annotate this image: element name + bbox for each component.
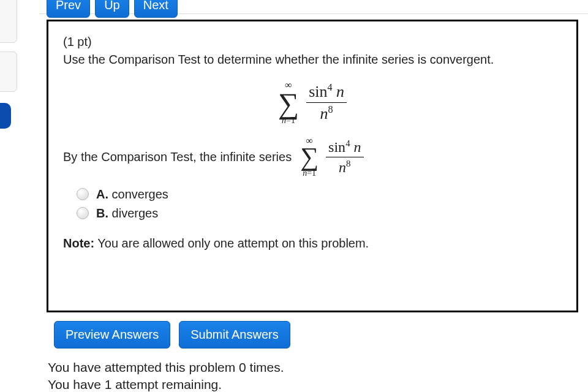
choice-label: B. diverges [96, 206, 158, 221]
action-buttons: Preview Answers Submit Answers [54, 321, 290, 349]
series-expression: ∞ ∑ n=1 sin4 n n8 [278, 80, 347, 125]
choice-label: A. converges [96, 187, 168, 202]
series-expression-inline: ∞ ∑ n=1 sin4 n n8 [300, 136, 363, 178]
preview-answers-button[interactable]: Preview Answers [54, 321, 170, 349]
inline-series-line: By the Comparison Test, the infinite ser… [63, 136, 562, 178]
attempts-remaining: You have 1 attempt remaining. [48, 376, 284, 392]
sum-lower: n=1 [282, 116, 295, 125]
sigma-icon: ∑ [278, 90, 299, 116]
sigma-icon: ∑ [300, 146, 318, 169]
sum-lower: n=1 [303, 169, 316, 178]
side-tab[interactable] [0, 103, 11, 129]
top-nav: Prev Up Next [47, 0, 178, 18]
choice-a[interactable]: A. converges [77, 187, 562, 202]
note-label: Note: [63, 236, 94, 250]
answer-choices: A. converges B. diverges [77, 187, 562, 221]
rail-segment [0, 0, 17, 43]
problem-box: (1 pt) Use the Comparison Test to determ… [47, 20, 578, 312]
note-text: You are allowed only one attempt on this… [94, 236, 369, 250]
points-label: (1 pt) [63, 35, 562, 49]
attempt-note: Note: You are allowed only one attempt o… [63, 236, 562, 251]
attempt-status: You have attempted this problem 0 times.… [48, 359, 284, 392]
up-button[interactable]: Up [95, 0, 129, 18]
fraction: sin4 n n8 [306, 82, 347, 123]
radio-icon[interactable] [77, 207, 89, 219]
attempts-made: You have attempted this problem 0 times. [48, 359, 284, 376]
prev-button[interactable]: Prev [47, 0, 90, 18]
inline-lead-text: By the Comparison Test, the infinite ser… [63, 150, 292, 164]
next-button[interactable]: Next [134, 0, 178, 18]
choice-b[interactable]: B. diverges [77, 206, 562, 221]
submit-answers-button[interactable]: Submit Answers [179, 321, 290, 349]
radio-icon[interactable] [77, 188, 89, 200]
rail-segment [0, 51, 17, 92]
prompt-text: Use the Comparison Test to determine whe… [63, 53, 562, 67]
rail-gap [0, 43, 17, 51]
fraction: sin4 n n8 [326, 138, 363, 176]
page-root: Prev Up Next (1 pt) Use the Comparison T… [0, 0, 588, 392]
left-rail [0, 0, 18, 392]
math-display: ∞ ∑ n=1 sin4 n n8 [63, 80, 562, 125]
